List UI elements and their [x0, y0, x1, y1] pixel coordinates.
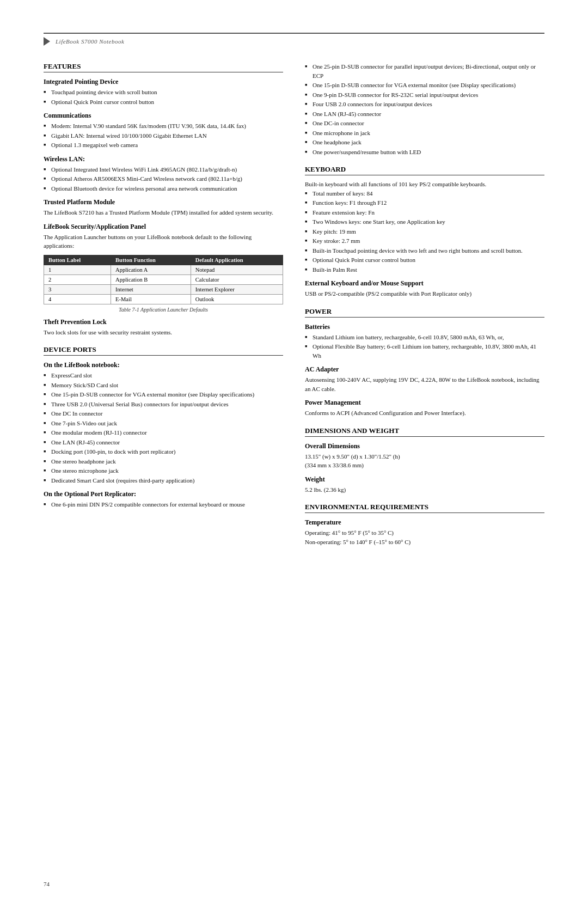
tpm-body: The LifeBook S7210 has a Trusted Platfor…	[44, 208, 283, 217]
list-item: Gigabit LAN: Internal wired 10/100/1000 …	[44, 131, 283, 141]
list-item: One 25-pin D-SUB connector for parallel …	[305, 62, 544, 80]
tpm-heading: Trusted Platform Module	[44, 198, 283, 206]
list-item: Key stroke: 2.7 mm	[305, 236, 544, 246]
keyboard-body: Built-in keyboard with all functions of …	[305, 180, 544, 189]
power-management-heading: Power Management	[305, 399, 544, 407]
list-item: Optional Bluetooth device for wireless p…	[44, 184, 283, 193]
wireless-lan-list: Optional Integrated Intel Wireless WiFi …	[44, 165, 283, 193]
features-heading: FEATURES	[44, 62, 283, 72]
table-header-button-label: Button Label	[44, 255, 111, 265]
theft-lock-body: Two lock slots for use with security res…	[44, 328, 283, 337]
list-item: One stereo headphone jack	[44, 457, 283, 466]
list-item: One headphone jack	[305, 138, 544, 147]
list-item: Docking port (100-pin, to dock with port…	[44, 447, 283, 456]
ext-keyboard-heading: External Keyboard and/or Mouse Support	[305, 279, 544, 288]
weight-body: 5.2 lbs. (2.36 kg)	[305, 485, 544, 495]
right-column: One 25-pin D-SUB connector for parallel …	[305, 62, 544, 546]
table-cell: Application A	[111, 265, 191, 274]
list-item: Optional Quick Point cursor control butt…	[44, 97, 283, 107]
list-item: One stereo microphone jack	[44, 466, 283, 475]
list-item: One DC-in connector	[305, 119, 544, 128]
ext-keyboard-body: USB or PS/2-compatible (PS/2 compatible …	[305, 289, 544, 298]
list-item: Total number of keys: 84	[305, 189, 544, 198]
list-item: Touchpad pointing device with scroll but…	[44, 88, 283, 97]
list-item: Built-in Palm Rest	[305, 265, 544, 274]
list-item: Optional 1.3 megapixel web camera	[44, 141, 283, 150]
table-cell: Internet Explorer	[191, 284, 283, 294]
communications-list: Modem: Internal V.90 standard 56K fax/mo…	[44, 121, 283, 150]
list-item: One 9-pin D-SUB connector for RS-232C se…	[305, 90, 544, 100]
list-item: Optional Quick Point cursor control butt…	[305, 255, 544, 265]
list-item: One 15-pin D-SUB connector for VGA exter…	[305, 81, 544, 90]
table-cell: Outlook	[191, 294, 283, 304]
env-requirements-heading: ENVIRONMENTAL REQUIREMENTS	[305, 503, 544, 513]
dimensions-heading: DIMENSIONS AND WEIGHT	[305, 426, 544, 437]
overall-dimensions-body: 13.15" (w) x 9.50" (d) x 1.30"/1.52" (h)…	[305, 452, 544, 470]
table-cell: 4	[44, 294, 111, 304]
list-item: One DC In connector	[44, 409, 283, 418]
ac-adapter-heading: AC Adapter	[305, 365, 544, 374]
list-item: One modular modem (RJ-11) connector	[44, 428, 283, 437]
temperature-heading: Temperature	[305, 518, 544, 527]
device-ports-heading: DEVICE PORTS	[44, 345, 283, 356]
app-launcher-table: Button Label Button Function Default App…	[44, 255, 283, 304]
page-content: LifeBook S7000 Notebook FEATURES Integra…	[0, 0, 588, 579]
list-item: Standard Lithium ion battery, rechargeab…	[305, 333, 544, 342]
table-cell: Calculator	[191, 274, 283, 284]
on-lifebook-heading: On the LifeBook notebook:	[44, 361, 283, 369]
list-item: Optional Atheros AR5006EXS Mini-Card Wir…	[44, 174, 283, 184]
app-launcher-table-container: Button Label Button Function Default App…	[44, 255, 283, 313]
optional-port-replicator-list: One 6-pin mini DIN PS/2 compatible conne…	[44, 500, 283, 509]
list-item: One 7-pin S-Video out jack	[44, 419, 283, 428]
list-item: Built-in Touchpad pointing device with t…	[305, 246, 544, 255]
page-number: 74	[44, 881, 50, 887]
list-item: Key pitch: 19 mm	[305, 227, 544, 236]
table-row: 2 Application B Calculator	[44, 274, 283, 284]
list-item: Optional Flexible Bay battery; 6-cell Li…	[305, 342, 544, 360]
page: LifeBook S7000 Notebook FEATURES Integra…	[0, 0, 588, 909]
list-item: One power/suspend/resume button with LED	[305, 148, 544, 157]
overall-dimensions-heading: Overall Dimensions	[305, 442, 544, 450]
power-management-body: Conforms to ACPI (Advanced Configuration…	[305, 408, 544, 418]
two-column-layout: FEATURES Integrated Pointing Device Touc…	[44, 62, 544, 546]
table-cell: Application B	[111, 274, 191, 284]
ac-adapter-body: Autosensing 100-240V AC, supplying 19V D…	[305, 375, 544, 393]
communications-heading: Communications	[44, 112, 283, 120]
table-header-button-function: Button Function	[111, 255, 191, 265]
theft-lock-heading: Theft Prevention Lock	[44, 318, 283, 326]
keyboard-list: Total number of keys: 84 Function keys: …	[305, 189, 544, 274]
temperature-body: Operating: 41° to 95° F (5° to 35° C)Non…	[305, 528, 544, 546]
list-item: ExpressCard slot	[44, 371, 283, 380]
header-bar: LifeBook S7000 Notebook	[44, 33, 544, 46]
weight-heading: Weight	[305, 475, 544, 484]
list-item: Two Windows keys: one Start key, one App…	[305, 217, 544, 227]
device-ports-continued-list: One 25-pin D-SUB connector for parallel …	[305, 62, 544, 156]
table-header-default-application: Default Application	[191, 255, 283, 265]
table-cell: 3	[44, 284, 111, 294]
table-cell: Internet	[111, 284, 191, 294]
list-item: One LAN (RJ-45) connector	[305, 109, 544, 119]
security-panel-body: The Application Launcher buttons on your…	[44, 233, 283, 251]
list-item: Optional Integrated Intel Wireless WiFi …	[44, 165, 283, 174]
table-row: 3 Internet Internet Explorer	[44, 284, 283, 294]
table-cell: 2	[44, 274, 111, 284]
list-item: Four USB 2.0 connectors for input/output…	[305, 100, 544, 109]
list-item: Three USB 2.0 (Universal Serial Bus) con…	[44, 400, 283, 409]
wireless-lan-heading: Wireless LAN:	[44, 155, 283, 163]
power-heading: POWER	[305, 307, 544, 318]
table-row: 4 E-Mail Outlook	[44, 294, 283, 304]
list-item: Modem: Internal V.90 standard 56K fax/mo…	[44, 121, 283, 131]
security-panel-heading: LifeBook Security/Application Panel	[44, 223, 283, 231]
list-item: Function keys: F1 through F12	[305, 198, 544, 208]
list-item: One 15-pin D-SUB connector for VGA exter…	[44, 390, 283, 399]
list-item: One 6-pin mini DIN PS/2 compatible conne…	[44, 500, 283, 509]
on-lifebook-list: ExpressCard slot Memory Stick/SD Card sl…	[44, 371, 283, 485]
list-item: One LAN (RJ-45) connector	[44, 438, 283, 447]
table-cell: E-Mail	[111, 294, 191, 304]
batteries-heading: Batteries	[305, 323, 544, 331]
left-column: FEATURES Integrated Pointing Device Touc…	[44, 62, 283, 546]
list-item: Dedicated Smart Card slot (requires thir…	[44, 476, 283, 485]
header-title: LifeBook S7000 Notebook	[56, 38, 124, 45]
table-cell: Notepad	[191, 265, 283, 274]
batteries-list: Standard Lithium ion battery, rechargeab…	[305, 333, 544, 361]
